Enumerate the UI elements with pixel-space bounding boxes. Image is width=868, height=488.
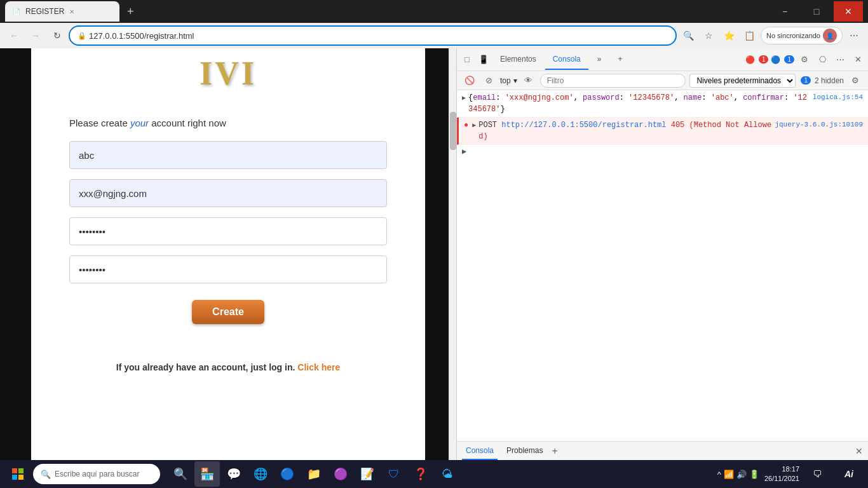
taskbar-app-skype[interactable]: 💬 <box>221 461 247 487</box>
avatar: 👤 <box>823 29 837 43</box>
top-selector[interactable]: top ▾ <box>500 76 517 85</box>
start-button[interactable] <box>5 461 31 487</box>
file-ref-1[interactable]: logica.js:54 <box>813 92 863 103</box>
bottom-tab-problemas[interactable]: Problemas <box>503 442 546 460</box>
reload-btn[interactable]: ↻ <box>48 27 66 44</box>
block-btn[interactable]: ⊘ <box>481 73 496 88</box>
console-msg-1: {email: 'xxx@ngjng.com', password: '1234… <box>468 92 810 115</box>
taskbar-app-search[interactable]: 🔍 <box>168 461 193 487</box>
clear-btn[interactable]: 🚫 <box>462 73 477 88</box>
inspect-icon[interactable]: □ <box>459 52 475 67</box>
filter-input[interactable] <box>540 74 686 88</box>
minimize-btn[interactable]: − <box>770 1 799 22</box>
search-icon: 🔍 <box>41 470 51 479</box>
levels-badge: 1 <box>801 76 811 85</box>
tab-consola[interactable]: Consola <box>545 50 588 70</box>
restore-btn[interactable]: □ <box>802 1 831 22</box>
new-tab-btn[interactable]: + <box>122 5 139 18</box>
notification-btn[interactable]: 🗨 <box>804 461 830 487</box>
svg-rect-2 <box>12 475 17 480</box>
browser-tab[interactable]: 📄 REGISTER ✕ <box>5 1 119 22</box>
network-icon[interactable]: 📶 <box>724 470 734 479</box>
forward-btn[interactable]: → <box>27 27 44 44</box>
info-indicator: 🔵 <box>771 55 780 64</box>
error-badge: 1 <box>759 55 769 64</box>
lock-icon: 🔒 <box>78 32 86 40</box>
taskbar-app-file-explorer[interactable]: 📁 <box>301 461 327 487</box>
ai-button[interactable]: Ai <box>835 460 863 488</box>
devtools-close-btn[interactable]: ✕ <box>850 52 865 67</box>
address-bar-row: ← → ↻ 🔒 127.0.0.1:5500/registrar.html 🔍 … <box>0 23 868 48</box>
tab-add[interactable]: + <box>610 50 630 70</box>
expand-details-row[interactable]: ▶ <box>457 145 868 158</box>
taskbar-app-weather[interactable]: 🌤 <box>435 461 460 487</box>
main-area: IVI Please create your account right now… <box>0 48 868 460</box>
search-bar[interactable]: 🔍 Escribe aquí para buscar <box>33 464 160 484</box>
error-indicator: 🔴 <box>745 55 755 64</box>
email-input[interactable] <box>69 179 387 207</box>
title-bar: 📄 REGISTER ✕ + − □ ✕ <box>0 0 868 23</box>
dock-icon[interactable]: ⎔ <box>815 52 830 67</box>
taskbar-app-help[interactable]: ❓ <box>408 461 433 487</box>
hidden-settings-icon[interactable]: ⚙ <box>848 73 863 88</box>
device-icon[interactable]: 📱 <box>476 52 491 67</box>
subtitle-your: your <box>130 118 149 128</box>
scrollbar-track[interactable] <box>449 48 456 460</box>
tab-elementos[interactable]: Elementos <box>492 50 544 70</box>
profile-label: No sincronizando <box>766 32 820 39</box>
bottom-add-btn[interactable]: + <box>552 445 557 457</box>
taskbar-right: ^ 📶 🔊 🔋 18:17 26/11/2021 🗨 Ai <box>717 460 863 488</box>
devtools-more-btn[interactable]: ⋯ <box>832 52 848 67</box>
taskbar-app-shield[interactable]: 🛡 <box>381 461 407 487</box>
bottom-tab-consola[interactable]: Consola <box>462 442 498 460</box>
confirm-input[interactable] <box>69 255 387 283</box>
profile-btn[interactable]: No sincronizando 👤 <box>761 27 843 44</box>
search-btn[interactable]: 🔍 <box>679 27 697 44</box>
taskbar-app-edge[interactable]: 🌐 <box>248 461 273 487</box>
post-link[interactable]: http://127.0.0.1:5500/registrar.html <box>501 121 666 130</box>
chevron-right-icon: ▶ <box>462 147 466 156</box>
eye-btn[interactable]: 👁 <box>521 73 536 88</box>
taskbar-app-vscode[interactable]: 📝 <box>355 461 380 487</box>
battery-icon[interactable]: 🔋 <box>749 470 759 479</box>
tab-favicon: 📄 <box>13 8 20 15</box>
password-input[interactable] <box>69 217 387 245</box>
taskbar: 🔍 Escribe aquí para buscar 🔍 🏪 💬 🌐 🔵 📁 🟣… <box>0 460 868 488</box>
file-ref-2[interactable]: jquery-3.6.0.js:10109 <box>775 119 863 130</box>
tab-more[interactable]: » <box>590 50 609 70</box>
search-placeholder: Escribe aquí para buscar <box>55 470 139 478</box>
taskbar-app-store[interactable]: 🏪 <box>194 461 220 487</box>
address-input[interactable]: 🔒 127.0.0.1:5500/registrar.html <box>70 27 675 44</box>
taskbar-app-purple[interactable]: 🟣 <box>328 461 353 487</box>
devtools-bottom-close[interactable]: ✕ <box>855 446 863 456</box>
svg-rect-3 <box>18 475 24 480</box>
taskbar-app-chrome[interactable]: 🔵 <box>275 461 300 487</box>
favorites-btn[interactable]: ☆ <box>700 27 717 44</box>
tab-close-btn[interactable]: ✕ <box>69 8 74 15</box>
svg-rect-0 <box>12 468 17 473</box>
levels-select[interactable]: Niveles predeterminados <box>689 74 796 88</box>
svg-rect-1 <box>18 468 24 473</box>
login-link[interactable]: Click here <box>297 362 340 372</box>
more-btn[interactable]: ⋯ <box>845 27 863 44</box>
back-btn[interactable]: ← <box>5 27 23 44</box>
star-btn[interactable]: ⭐ <box>720 27 738 44</box>
devtools-panel: □ 📱 Elementos Consola » + 🔴 1 🔵 1 ⚙ ⎔ <box>456 48 868 460</box>
time: 18:17 <box>764 464 799 474</box>
scrollbar-thumb[interactable] <box>450 112 456 150</box>
subtitle-after: account right now <box>149 118 226 128</box>
expand-arrow-1[interactable]: ▶ <box>462 93 466 103</box>
speaker-icon[interactable]: 🔊 <box>736 470 747 479</box>
close-btn[interactable]: ✕ <box>834 1 863 22</box>
settings-icon[interactable]: ⚙ <box>797 52 812 67</box>
name-input[interactable] <box>69 141 387 169</box>
window-controls: − □ ✕ <box>770 1 863 22</box>
clock[interactable]: 18:17 26/11/2021 <box>764 464 799 484</box>
logo: IVI <box>200 55 257 92</box>
devtools-bottom-tabs: Consola Problemas + ✕ <box>457 441 868 460</box>
arrow-up-icon[interactable]: ^ <box>717 470 721 479</box>
create-button[interactable]: Create <box>192 300 264 324</box>
logo-area: IVI <box>44 48 412 98</box>
expand-arrow-2[interactable]: ▶ <box>472 121 476 130</box>
collections-btn[interactable]: 📋 <box>740 27 758 44</box>
